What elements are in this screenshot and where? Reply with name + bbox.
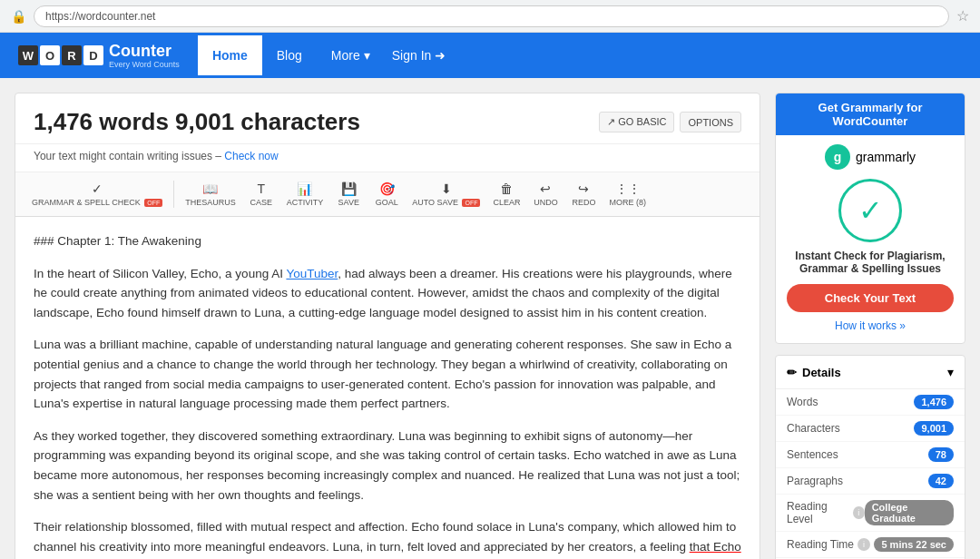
redo-icon: ↪ [578, 181, 589, 196]
right-panel: Get Grammarly for WordCounter g grammarl… [775, 93, 965, 559]
paragraph-3: As they worked together, they discovered… [34, 427, 741, 505]
undo-icon: ↩ [540, 181, 551, 196]
paragraph-2: Luna was a brilliant machine, capable of… [34, 335, 741, 413]
reading-time-value: 5 mins 22 sec [874, 537, 954, 552]
flagged-text: that Echo [690, 540, 741, 554]
lock-icon: 🔒 [11, 9, 26, 24]
auto-save-badge: OFF [462, 199, 480, 207]
thesaurus-button[interactable]: 📖 THESAURUS [180, 178, 241, 211]
navbar: W O R D Counter Every Word Counts Home B… [0, 33, 980, 78]
chevron-down-icon: ▾ [364, 48, 370, 63]
reading-level-info-icon[interactable]: i [853, 506, 865, 519]
logo-r: R [62, 45, 82, 65]
text-editor[interactable]: ### Chapter 1: The Awakening In the hear… [15, 217, 760, 559]
options-button[interactable]: OPTIONS [680, 112, 741, 132]
grid-icon: ⋮⋮ [615, 181, 641, 196]
auto-save-button[interactable]: ⬇ AUTO SAVE OFF [407, 178, 485, 211]
check-your-text-button[interactable]: Check Your Text [787, 284, 954, 312]
book-icon: 📖 [202, 181, 218, 196]
logo-d: D [83, 45, 103, 65]
goal-icon: 🎯 [379, 181, 395, 196]
youtube-link[interactable]: YouTuber [286, 267, 338, 280]
logo-letters: W O R D [18, 45, 103, 65]
url-bar[interactable]: https://wordcounter.net [34, 5, 949, 27]
details-paragraphs-row: Paragraphs 42 [776, 468, 965, 495]
stats-actions: ↗ GO BASIC OPTIONS [599, 112, 741, 132]
logo-text: Counter [109, 42, 172, 60]
logo-o: O [40, 45, 60, 65]
url-text: https://wordcounter.net [45, 10, 155, 23]
logo-subtext: Every Word Counts [109, 61, 180, 69]
redo-button[interactable]: ↪ REDO [565, 178, 602, 211]
chart-icon: 📊 [297, 181, 312, 196]
nav-links: Home Blog More ▾ [198, 35, 385, 75]
case-button[interactable]: T CASE [243, 178, 279, 211]
trash-icon: 🗑 [500, 181, 513, 196]
words-label: Words [787, 396, 818, 408]
grammarly-description: Instant Check for Plagiarism, Grammar & … [787, 250, 954, 275]
reading-time-info-icon[interactable]: i [858, 538, 870, 551]
words-value: 1,476 [914, 395, 954, 409]
pencil-icon: ✏ [787, 366, 797, 379]
undo-button[interactable]: ↩ UNDO [527, 178, 564, 211]
how-it-works-link[interactable]: How it works » [787, 319, 954, 332]
details-reading-level-row: Reading Level i College Graduate [776, 495, 965, 532]
details-sentences-row: Sentences 78 [776, 442, 965, 468]
grammarly-header: Get Grammarly for WordCounter [776, 93, 965, 135]
logo-text-container: Counter Every Word Counts [109, 42, 180, 69]
characters-label: Characters [787, 422, 840, 435]
grammar-badge: OFF [144, 199, 162, 207]
browser-bar: 🔒 https://wordcounter.net ☆ [0, 0, 980, 33]
reading-time-label: Reading Time i [787, 538, 870, 551]
case-icon: T [257, 181, 265, 196]
details-reading-time-row: Reading Time i 5 mins 22 sec [776, 532, 965, 558]
main-container: 1,476 words 9,001 characters ↗ GO BASIC … [0, 78, 980, 559]
paragraph-4: Their relationship blossomed, filled wit… [34, 517, 741, 559]
word-count-title: 1,476 words 9,001 characters [34, 108, 360, 136]
checkmark-icon: ✓ [92, 181, 103, 196]
toolbar: ✓ GRAMMAR & SPELL CHECK OFF 📖 THESAURUS … [15, 172, 760, 217]
writing-issues-bar: Your text might contain writing issues –… [15, 144, 760, 172]
details-label: Details [802, 366, 841, 379]
left-panel: 1,476 words 9,001 characters ↗ GO BASIC … [15, 93, 760, 559]
details-header[interactable]: ✏ Details ▾ [776, 356, 965, 389]
bookmark-icon[interactable]: ☆ [956, 7, 969, 25]
details-words-row: Words 1,476 [776, 389, 965, 416]
grammarly-check-icon: ✓ [838, 179, 902, 242]
paragraph-1: In the heart of Silicon Valley, Echo, a … [34, 264, 741, 323]
clear-button[interactable]: 🗑 CLEAR [487, 178, 525, 211]
external-link-icon: ↗ [607, 116, 615, 127]
paragraphs-value: 42 [928, 474, 954, 488]
auto-save-icon: ⬇ [441, 181, 452, 196]
grammarly-name: grammarly [856, 150, 916, 164]
characters-value: 9,001 [914, 421, 954, 436]
chapter1-heading: ### Chapter 1: The Awakening [34, 231, 741, 251]
details-characters-row: Characters 9,001 [776, 416, 965, 442]
nav-more[interactable]: More ▾ [317, 35, 385, 75]
details-widget: ✏ Details ▾ Words 1,476 Characters 9,001… [775, 355, 965, 559]
save-button[interactable]: 💾 SAVE [330, 178, 367, 211]
logo-w: W [18, 45, 38, 65]
logo[interactable]: W O R D Counter Every Word Counts [18, 42, 180, 69]
grammar-spell-check-button[interactable]: ✓ GRAMMAR & SPELL CHECK OFF [26, 178, 168, 211]
check-now-link[interactable]: Check now [224, 150, 278, 162]
nav-blog[interactable]: Blog [262, 35, 317, 75]
grammarly-logo: g grammarly [787, 144, 954, 170]
toolbar-separator [173, 181, 174, 208]
go-basic-button[interactable]: ↗ GO BASIC [599, 112, 674, 132]
grammarly-widget: Get Grammarly for WordCounter g grammarl… [775, 93, 965, 344]
nav-home[interactable]: Home [198, 35, 262, 75]
reading-level-label: Reading Level i [787, 500, 865, 525]
save-icon: 💾 [341, 181, 357, 196]
grammarly-g-icon: g [825, 144, 850, 170]
sentences-value: 78 [928, 447, 954, 462]
activity-button[interactable]: 📊 ACTIVITY [281, 178, 329, 211]
sign-in-link[interactable]: Sign In ➜ [392, 48, 446, 63]
details-chevron-icon: ▾ [947, 365, 954, 379]
paragraphs-label: Paragraphs [787, 475, 843, 487]
more-button[interactable]: ⋮⋮ MORE (8) [603, 178, 652, 211]
reading-level-value: College Graduate [865, 500, 954, 525]
goal-button[interactable]: 🎯 GOAL [368, 178, 405, 211]
stats-bar: 1,476 words 9,001 characters ↗ GO BASIC … [15, 93, 760, 144]
sentences-label: Sentences [787, 448, 838, 461]
